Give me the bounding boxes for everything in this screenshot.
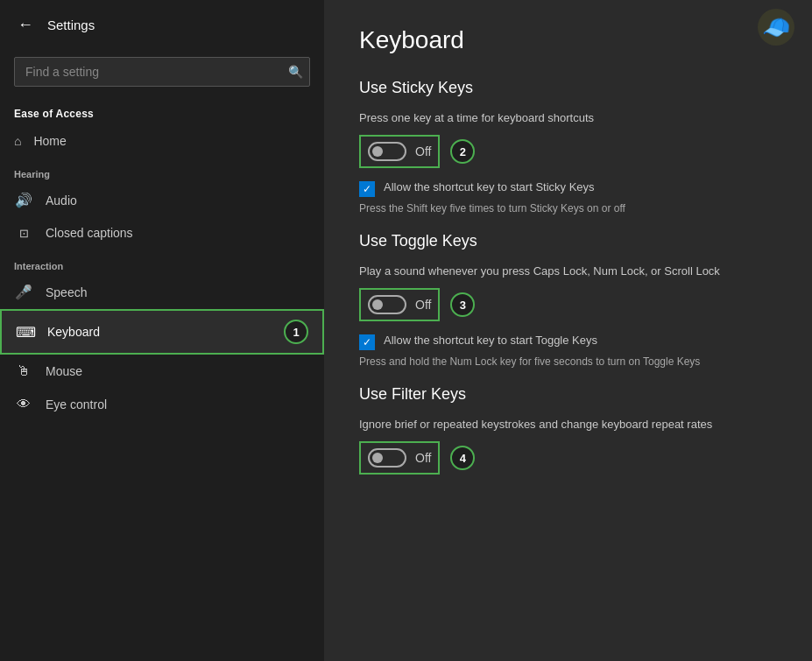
sticky-keys-track <box>368 142 406 161</box>
sidebar-item-keyboard[interactable]: ⌨ Keyboard 1 <box>0 309 324 355</box>
sidebar-title: Settings <box>47 18 95 32</box>
annotation-1: 1 <box>284 320 308 344</box>
sidebar-item-closed-captions[interactable]: ⊡ Closed captions <box>0 217 324 249</box>
sticky-keys-toggle-outlined: Off <box>359 135 440 168</box>
filter-keys-track <box>368 448 406 468</box>
filter-keys-toggle-label: Off <box>415 451 431 465</box>
sidebar-header: ← Settings <box>0 0 324 50</box>
page-title: Keyboard <box>359 26 777 54</box>
search-icon[interactable]: 🔍 <box>288 65 303 79</box>
audio-icon: 🔊 <box>14 192 33 208</box>
keyboard-label: Keyboard <box>47 325 100 339</box>
main-content: 🧢 Keyboard Use Sticky Keys Press one key… <box>324 0 812 661</box>
toggle-keys-toggle-outlined: Off <box>359 288 440 321</box>
annotation-2: 2 <box>450 139 475 164</box>
sidebar-item-audio[interactable]: 🔊 Audio <box>0 183 324 217</box>
speech-label: Speech <box>46 285 87 299</box>
toggle-keys-toggle-label: Off <box>415 298 431 312</box>
speech-icon: 🎤 <box>14 284 33 300</box>
sticky-keys-toggle-label: Off <box>415 144 431 158</box>
ease-of-access-label: Ease of Access <box>0 101 324 125</box>
sticky-keys-checkbox-label: Allow the shortcut key to start Sticky K… <box>384 180 595 193</box>
checkbox-checkmark: ✓ <box>363 183 371 195</box>
closed-captions-icon: ⊡ <box>14 227 33 240</box>
sidebar-item-home[interactable]: ⌂ Home <box>0 125 324 157</box>
sticky-keys-hint: Press the Shift key five times to turn S… <box>359 202 777 214</box>
sticky-keys-checkbox-row: ✓ Allow the shortcut key to start Sticky… <box>359 180 777 197</box>
toggle-keys-desc: Play a sound whenever you press Caps Loc… <box>359 264 777 278</box>
audio-label: Audio <box>46 193 77 207</box>
search-input[interactable] <box>14 57 310 87</box>
keyboard-icon: ⌨ <box>16 324 35 341</box>
filter-keys-title: Use Filter Keys <box>359 385 777 404</box>
filter-keys-toggle-row: Off 4 <box>359 441 777 475</box>
sticky-keys-checkbox[interactable]: ✓ <box>359 181 375 197</box>
home-icon: ⌂ <box>14 134 21 148</box>
eye-control-label: Eye control <box>46 397 107 411</box>
hearing-category: Hearing <box>0 157 324 183</box>
annotation-3: 3 <box>450 292 475 317</box>
filter-keys-toggle[interactable] <box>368 448 406 468</box>
sticky-keys-desc: Press one key at a time for keyboard sho… <box>359 111 777 124</box>
sidebar: ← Settings 🔍 Ease of Access ⌂ Home Heari… <box>0 0 324 661</box>
sticky-keys-toggle-row: Off 2 <box>359 135 777 168</box>
toggle-keys-title: Use Toggle Keys <box>359 232 777 250</box>
toggle-keys-hint: Press and hold the Num Lock key for five… <box>359 355 777 368</box>
sticky-keys-toggle[interactable] <box>368 142 406 161</box>
toggle-keys-checkbox[interactable]: ✓ <box>359 334 375 350</box>
toggle-keys-checkbox-row: ✓ Allow the shortcut key to start Toggle… <box>359 334 777 350</box>
interaction-category: Interaction <box>0 249 324 275</box>
toggle-keys-toggle-row: Off 3 <box>359 288 777 321</box>
sidebar-item-eye-control[interactable]: 👁 Eye control <box>0 388 324 421</box>
eye-control-icon: 👁 <box>14 397 33 412</box>
sticky-keys-thumb <box>372 146 383 157</box>
annotation-4: 4 <box>450 446 475 470</box>
mouse-label: Mouse <box>46 364 82 378</box>
closed-captions-label: Closed captions <box>46 226 133 240</box>
sticky-keys-title: Use Sticky Keys <box>359 79 777 97</box>
toggle-checkbox-checkmark: ✓ <box>363 336 371 348</box>
sidebar-item-mouse[interactable]: 🖱 Mouse <box>0 355 324 388</box>
back-button[interactable]: ← <box>14 12 37 38</box>
mouse-icon: 🖱 <box>14 363 33 379</box>
avatar-emoji: 🧢 <box>762 14 790 41</box>
filter-keys-toggle-outlined: Off <box>359 441 440 475</box>
avatar: 🧢 <box>758 9 794 46</box>
home-label: Home <box>33 134 66 148</box>
toggle-keys-thumb <box>372 299 383 310</box>
sidebar-item-speech[interactable]: 🎤 Speech <box>0 275 324 309</box>
toggle-keys-checkbox-label: Allow the shortcut key to start Toggle K… <box>384 334 597 347</box>
toggle-keys-toggle[interactable] <box>368 295 406 314</box>
search-container: 🔍 <box>14 57 310 87</box>
toggle-keys-track <box>368 295 406 314</box>
filter-keys-desc: Ignore brief or repeated keystrokes and … <box>359 418 777 431</box>
filter-keys-thumb <box>372 453 383 463</box>
